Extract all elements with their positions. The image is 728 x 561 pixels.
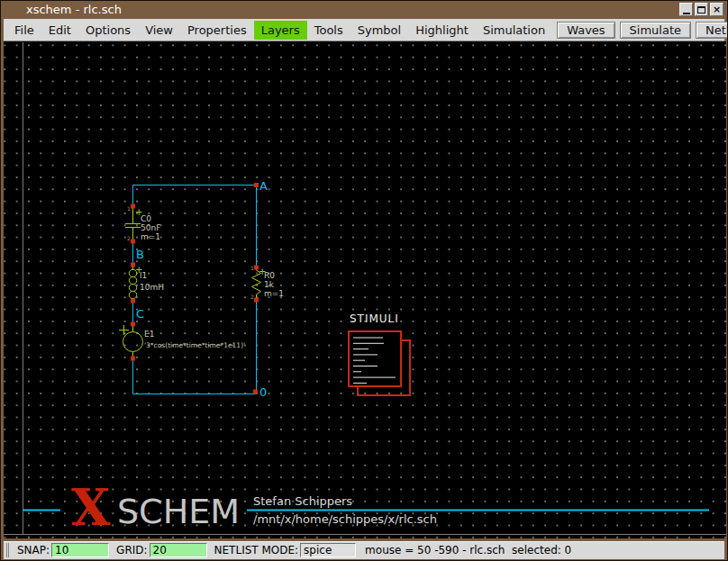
sheet-frame [4, 42, 726, 535]
waves-button[interactable]: Waves [557, 22, 614, 39]
vsource-name[interactable]: E1 [144, 330, 154, 339]
title-block: X SCHEM Stefan Schippers /mnt/x/home/sch… [23, 477, 709, 537]
capacitor-pin2: 2 [127, 235, 131, 241]
close-button[interactable]: × [710, 3, 723, 16]
menu-highlight[interactable]: Highlight [408, 21, 476, 40]
menu-options[interactable]: Options [78, 21, 138, 40]
menu-layers[interactable]: Layers [254, 21, 307, 40]
netlist-mode-label: NETLIST MODE: [214, 544, 299, 556]
node-label-a[interactable]: A [259, 179, 268, 193]
resistor-name[interactable]: R0 [264, 271, 275, 280]
minimize-icon [683, 13, 690, 14]
xschem-window: xschem - rlc.sch × File Edit Options Vie… [0, 0, 728, 561]
menu-symbol[interactable]: Symbol [350, 21, 408, 40]
minimize-button[interactable] [679, 3, 693, 16]
capacitor[interactable]: + 1 2 C0 50nF m=1 [125, 205, 160, 241]
menu-properties[interactable]: Properties [180, 21, 254, 40]
window-controls: × [679, 3, 723, 16]
schematic-path: /mnt/x/home/schippes/x/rlc.sch [253, 512, 437, 526]
stimuli-front-sheet [349, 331, 401, 386]
inductor-value[interactable]: 10mH [140, 283, 164, 292]
resistor[interactable]: + 1 2 R0 1k m=1 [250, 265, 284, 300]
menu-file[interactable]: File [7, 21, 41, 40]
mouse-status: mouse = 50 -590 - rlc.sch selected: 0 [365, 544, 571, 556]
stimuli-block[interactable]: STIMULI [349, 312, 410, 395]
inductor-name[interactable]: l1 [140, 271, 147, 280]
resistor-mult[interactable]: m=1 [264, 289, 284, 298]
node-label-b[interactable]: B [136, 248, 144, 261]
vsource-value[interactable]: '3*cos(time*time*time*1e11)' [144, 341, 245, 349]
capacitor-value[interactable]: 50nF [141, 223, 160, 232]
stimuli-label: STIMULI [350, 312, 399, 325]
netlist-button[interactable]: Netlist [696, 22, 728, 39]
menu-tools[interactable]: Tools [307, 21, 350, 40]
snap-input[interactable]: 10 [51, 543, 109, 557]
titlebar[interactable]: xschem - rlc.sch × [1, 1, 727, 19]
resistor-pin2: 2 [250, 294, 254, 300]
schematic-drawing: + 1 2 C0 50nF m=1 + l1 10mH [4, 41, 726, 538]
node-label-gnd[interactable]: 0 [259, 385, 267, 399]
grid-input[interactable]: 20 [150, 543, 207, 557]
menu-simulation[interactable]: Simulation [476, 21, 552, 40]
logo-x: X [71, 477, 111, 537]
capacitor-mult[interactable]: m=1 [141, 232, 160, 241]
toolbar-buttons: Waves Simulate Netlist Help [552, 22, 728, 39]
netlist-mode-input[interactable]: spice [300, 543, 356, 557]
menus: File Edit Options View Properties Layers… [4, 19, 552, 41]
maximize-button[interactable] [695, 3, 708, 16]
resistor-value[interactable]: 1k [264, 280, 275, 289]
voltage-source[interactable]: E1 '3*cos(time*time*time*1e11)' [119, 324, 245, 358]
inductor[interactable]: + l1 10mH [129, 265, 164, 301]
menu-view[interactable]: View [138, 21, 180, 40]
snap-label: SNAP: [17, 544, 50, 556]
resistor-pin1: 1 [250, 265, 254, 271]
grid-label: GRID: [116, 544, 147, 556]
capacitor-name[interactable]: C0 [141, 214, 151, 223]
schematic-canvas[interactable]: + 1 2 C0 50nF m=1 + l1 10mH [4, 41, 726, 538]
maximize-icon [697, 6, 705, 14]
menubar: File Edit Options View Properties Layers… [4, 19, 724, 41]
logo-text: SCHEM [117, 492, 240, 531]
menu-edit[interactable]: Edit [41, 21, 78, 40]
statusbar: SNAP: 10 GRID: 20 NETLIST MODE: spice mo… [4, 541, 724, 559]
capacitor-pin1: 1 [127, 205, 131, 212]
simulate-button[interactable]: Simulate [620, 22, 691, 39]
statusbar-grip [6, 543, 10, 557]
author-name: Stefan Schippers [253, 494, 352, 508]
window-title: xschem - rlc.sch [26, 3, 122, 16]
node-label-c[interactable]: C [136, 307, 144, 321]
close-icon: × [713, 4, 721, 15]
